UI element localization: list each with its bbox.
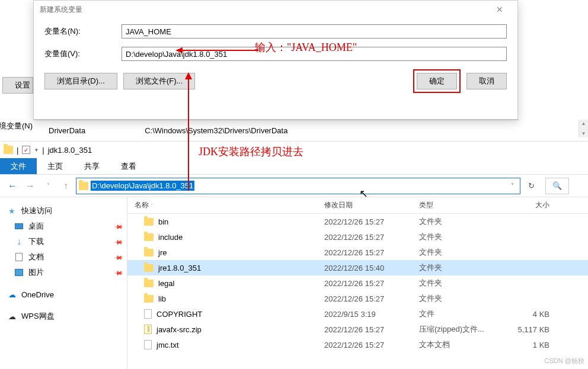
file-type: 压缩(zipped)文件... bbox=[419, 324, 502, 335]
variable-value-label: 变量值(V): bbox=[44, 49, 122, 59]
address-text: D:\develop\Java\jdk1.8.0_351 bbox=[91, 181, 194, 191]
refresh-icon[interactable]: ↻ bbox=[523, 178, 539, 194]
folder-icon bbox=[4, 146, 13, 154]
sidebar-onedrive[interactable]: ☁ OneDrive bbox=[0, 287, 127, 301]
pin-icon: 📌 bbox=[114, 252, 123, 262]
annotation-path-hint: JDK安装路径拷贝进去 bbox=[199, 145, 303, 159]
file-row[interactable]: COPYRIGHT2022/9/15 3:19文件4 KB bbox=[127, 306, 588, 322]
file-date: 2022/12/26 15:27 bbox=[324, 248, 419, 257]
folder-icon bbox=[144, 218, 154, 226]
search-input[interactable]: 🔍 bbox=[545, 178, 569, 194]
bg-driver-list: DriverData C:\Windows\System32\Drivers\D… bbox=[33, 120, 519, 141]
file-name: lib bbox=[158, 294, 166, 303]
tab-share[interactable]: 共享 bbox=[74, 158, 110, 174]
sidebar-downloads[interactable]: ↓ 下载 📌 bbox=[0, 234, 127, 249]
column-headers[interactable]: 名称 ˆ 修改日期 类型 大小 bbox=[127, 197, 588, 214]
sidebar-quick-access[interactable]: ★ 快速访问 bbox=[0, 203, 127, 219]
file-name: javafx-src.zip bbox=[156, 325, 202, 334]
folder-icon bbox=[144, 280, 154, 287]
sidebar-wps[interactable]: ☁ WPS网盘 bbox=[0, 309, 127, 324]
pin-icon: 📌 bbox=[114, 268, 123, 277]
col-size[interactable]: 大小 bbox=[502, 200, 549, 210]
tab-view[interactable]: 查看 bbox=[110, 158, 147, 174]
cursor-icon: ↖ bbox=[359, 187, 368, 200]
file-row[interactable]: lib2022/12/26 15:27文件夹 bbox=[127, 291, 588, 306]
file-row[interactable]: jre2022/12/26 15:27文件夹 bbox=[127, 245, 588, 260]
new-system-variable-dialog: 新建系统变量 ✕ 变量名(N): 变量值(V): 浏览目录(D)... 浏览文件… bbox=[33, 0, 518, 120]
sidebar-desktop-label: 桌面 bbox=[28, 221, 44, 232]
sidebar-desktop[interactable]: 桌面 📌 bbox=[0, 219, 127, 234]
file-name: bin bbox=[158, 217, 168, 226]
file-list: bin2022/12/26 15:27文件夹include2022/12/26 … bbox=[127, 214, 588, 369]
tab-home[interactable]: 主页 bbox=[37, 158, 74, 174]
sidebar-documents-label: 文档 bbox=[28, 252, 44, 262]
watermark: CSDN @杨校 bbox=[545, 357, 584, 365]
close-icon[interactable]: ✕ bbox=[488, 2, 512, 17]
sidebar-wps-label: WPS网盘 bbox=[21, 311, 55, 322]
folder-icon bbox=[144, 295, 154, 303]
driverdata-label: DriverData bbox=[49, 126, 85, 135]
address-dropdown-icon[interactable]: ˅ bbox=[507, 182, 517, 189]
folder-icon bbox=[144, 249, 154, 256]
svg-marker-3 bbox=[185, 72, 192, 79]
variable-name-input[interactable] bbox=[122, 24, 507, 38]
sidebar-downloads-label: 下载 bbox=[28, 236, 44, 247]
sort-arrow-icon: ˆ bbox=[151, 203, 153, 208]
file-type: 文件夹 bbox=[419, 278, 502, 288]
file-name: jre1.8.0_351 bbox=[158, 264, 201, 272]
sidebar: ★ 快速访问 桌面 📌 ↓ 下载 📌 文档 📌 图片 📌 bbox=[0, 197, 127, 369]
file-icon bbox=[144, 340, 152, 349]
file-row[interactable]: legal2022/12/26 15:27文件夹 bbox=[127, 275, 588, 291]
bg-scrollbar[interactable]: ▲▼ bbox=[579, 120, 588, 137]
col-type[interactable]: 类型 bbox=[419, 200, 502, 210]
annotation-input-hint: 输入："JAVA_HOME" bbox=[255, 40, 357, 54]
file-name: COPYRIGHT bbox=[156, 310, 202, 319]
file-row[interactable]: javafx-src.zip2022/12/26 15:27压缩(zipped)… bbox=[127, 322, 588, 337]
driverdata-path: C:\Windows\System32\Drivers\DriverData bbox=[145, 126, 287, 135]
bg-settings-button[interactable]: 设置 bbox=[2, 77, 33, 94]
nav-up-icon[interactable]: ↑ bbox=[58, 178, 74, 194]
cancel-button[interactable]: 取消 bbox=[466, 73, 507, 89]
file-explorer: | ✓ ▼ | jdk1.8.0_351 文件 主页 共享 查看 ← → ˅ ↑… bbox=[0, 141, 588, 369]
sidebar-pictures[interactable]: 图片 📌 bbox=[0, 265, 127, 280]
file-row[interactable]: include2022/12/26 15:27文件夹 bbox=[127, 229, 588, 245]
wps-icon: ☁ bbox=[7, 312, 17, 321]
file-row[interactable]: bin2022/12/26 15:27文件夹 bbox=[127, 214, 588, 229]
nav-history-icon[interactable]: ˅ bbox=[40, 178, 56, 194]
picture-icon bbox=[15, 269, 23, 276]
annotation-arrow-2 bbox=[183, 72, 194, 191]
file-type: 文件夹 bbox=[419, 232, 502, 242]
file-date: 2022/12/26 15:27 bbox=[324, 341, 419, 349]
file-name: legal bbox=[158, 279, 174, 288]
nav-back-icon[interactable]: ← bbox=[5, 178, 20, 194]
file-type: 文件夹 bbox=[419, 247, 502, 258]
explorer-title-sep-2: | bbox=[42, 146, 44, 155]
col-name[interactable]: 名称 ˆ bbox=[135, 200, 324, 210]
file-row[interactable]: jre1.8.0_3512022/12/26 15:40文件夹 bbox=[127, 260, 588, 275]
explorer-title-sep: | bbox=[17, 146, 18, 155]
title-dropdown-icon[interactable]: ▼ bbox=[34, 147, 39, 153]
nav-forward-icon[interactable]: → bbox=[23, 178, 38, 194]
sidebar-pictures-label: 图片 bbox=[28, 267, 44, 278]
address-bar[interactable]: D:\develop\Java\jdk1.8.0_351 ˅ bbox=[76, 178, 520, 194]
svg-marker-1 bbox=[175, 47, 183, 53]
browse-directory-button[interactable]: 浏览目录(D)... bbox=[44, 73, 117, 89]
col-date[interactable]: 修改日期 bbox=[324, 200, 419, 210]
sidebar-documents[interactable]: 文档 📌 bbox=[0, 249, 127, 265]
file-date: 2022/12/26 15:27 bbox=[324, 325, 419, 334]
variable-name-label: 变量名(N): bbox=[44, 26, 122, 37]
explorer-title: jdk1.8.0_351 bbox=[48, 146, 92, 155]
file-type: 文本文档 bbox=[419, 339, 502, 350]
onedrive-icon: ☁ bbox=[7, 290, 17, 299]
tab-file[interactable]: 文件 bbox=[0, 158, 37, 174]
annotation-arrow-1 bbox=[175, 46, 258, 54]
folder-icon bbox=[144, 264, 154, 272]
file-size: 4 KB bbox=[502, 310, 549, 319]
document-icon bbox=[15, 253, 23, 261]
file-date: 2022/12/26 15:27 bbox=[324, 294, 419, 303]
file-row[interactable]: jmc.txt2022/12/26 15:27文本文档1 KB bbox=[127, 337, 588, 352]
title-checkbox[interactable]: ✓ bbox=[22, 146, 30, 154]
sidebar-onedrive-label: OneDrive bbox=[21, 290, 54, 299]
ok-button[interactable]: 确定 bbox=[417, 73, 457, 89]
address-folder-icon bbox=[79, 182, 88, 190]
